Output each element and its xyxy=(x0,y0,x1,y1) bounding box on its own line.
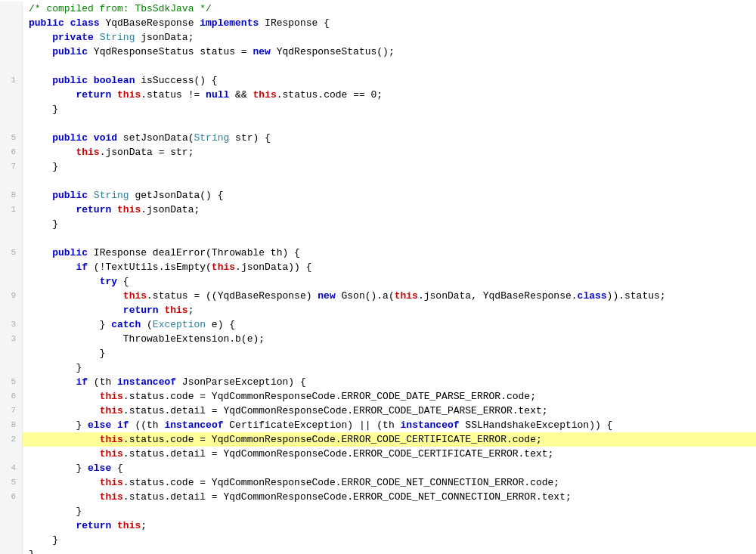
line-number xyxy=(0,274,23,289)
token-th: this xyxy=(100,391,123,402)
code-line: 1 public boolean isSuccess() { xyxy=(0,73,756,88)
token-nm: JsonParseException) { xyxy=(176,376,306,388)
token-nm: { xyxy=(117,276,129,287)
token-nm: str) { xyxy=(229,132,271,144)
code-line: 6 this.status.code = YqdCommonResponseCo… xyxy=(0,389,756,404)
code-line xyxy=(0,174,756,188)
token-nm xyxy=(29,32,52,43)
code-line xyxy=(0,59,756,73)
code-line xyxy=(0,116,756,131)
line-number xyxy=(0,45,23,59)
token-kw: instanceof xyxy=(401,419,460,431)
line-content: this.status.detail = YqdCommonResponseCo… xyxy=(23,404,756,418)
code-line: private String jsonData; xyxy=(0,30,756,45)
line-content xyxy=(23,59,756,73)
line-content: } xyxy=(23,346,756,361)
token-kw: catch xyxy=(111,319,141,330)
code-line: public YqdResponseStatus status = new Yq… xyxy=(0,45,756,59)
token-nm xyxy=(88,75,94,86)
token-kw: else xyxy=(88,419,111,431)
line-content: } xyxy=(23,159,756,174)
line-number xyxy=(0,260,23,274)
token-kw: return xyxy=(76,204,111,215)
token-nm: ( xyxy=(141,319,153,330)
token-nm: .jsonData)) { xyxy=(235,262,311,273)
code-line: } xyxy=(0,547,756,554)
token-nm xyxy=(29,46,52,57)
token-nm xyxy=(88,132,94,144)
line-content: this.status.code = YqdCommonResponseCode… xyxy=(23,432,756,447)
token-th: this xyxy=(100,448,123,460)
token-kw: implements xyxy=(200,17,259,29)
token-nm: } xyxy=(29,419,88,431)
line-content: if (th instanceof JsonParseException) { xyxy=(23,375,756,389)
line-number: 9 xyxy=(0,289,23,303)
token-kw: null xyxy=(206,89,229,101)
line-content: return this.jsonData; xyxy=(23,203,756,217)
token-kw: class xyxy=(578,290,607,302)
token-nm xyxy=(29,477,100,488)
token-kw: new xyxy=(253,46,270,57)
line-content xyxy=(23,174,756,188)
line-number xyxy=(0,102,23,116)
token-kw: boolean xyxy=(94,75,135,86)
line-content: public void setJsonData(String str) { xyxy=(23,131,756,145)
token-nm xyxy=(29,520,76,531)
token-nm: (th xyxy=(88,376,117,388)
code-line: } xyxy=(0,504,756,518)
line-number xyxy=(0,346,23,361)
token-kw: return xyxy=(76,520,111,531)
token-kw: return xyxy=(123,305,159,316)
line-content: this.status.detail = YqdCommonResponseCo… xyxy=(23,447,756,461)
token-nm: .status != xyxy=(141,89,206,101)
line-content: this.status.code = YqdCommonResponseCode… xyxy=(23,475,756,490)
line-content: return this.status != null && this.statu… xyxy=(23,88,756,102)
token-nm: YqdBaseResponse xyxy=(100,17,200,29)
token-nm xyxy=(29,247,52,258)
token-th: this xyxy=(212,262,235,273)
token-kw: class xyxy=(70,17,100,29)
token-ty: String xyxy=(94,190,129,201)
line-content: public boolean isSuccess() { xyxy=(23,73,756,88)
token-th: this xyxy=(100,477,123,488)
token-nm: )).status; xyxy=(607,290,666,302)
code-line: return this; xyxy=(0,303,756,317)
line-number: 5 xyxy=(0,375,23,389)
line-content: return this; xyxy=(23,303,756,317)
code-line: 8 public String getJsonData() { xyxy=(0,188,756,203)
line-number xyxy=(0,88,23,102)
token-kw: public xyxy=(52,75,88,86)
token-nm: setJsonData( xyxy=(117,132,194,144)
token-nm: } xyxy=(29,161,58,172)
token-nm: .status.detail = YqdCommonResponseCode.E… xyxy=(123,491,572,503)
line-number: 6 xyxy=(0,490,23,504)
token-kw: if xyxy=(76,376,88,388)
token-th: this xyxy=(164,305,187,316)
token-nm: } xyxy=(29,104,58,115)
line-number xyxy=(0,59,23,73)
token-nm xyxy=(88,190,94,201)
token-nm: SSLHandshakeException)) { xyxy=(460,419,613,431)
token-nm: .jsonData = str; xyxy=(100,147,194,158)
code-line: if (!TextUtils.isEmpty(this.jsonData)) { xyxy=(0,260,756,274)
line-content: return this; xyxy=(23,518,756,533)
line-number: 3 xyxy=(0,317,23,332)
code-line: } xyxy=(0,533,756,547)
code-line: return this.status != null && this.statu… xyxy=(0,88,756,102)
token-nm: { xyxy=(111,463,123,474)
line-number: 5 xyxy=(0,246,23,260)
token-nm: e) { xyxy=(206,319,235,330)
line-number xyxy=(0,504,23,518)
line-number: 2 xyxy=(0,432,23,447)
line-content: } xyxy=(23,361,756,375)
token-nm: } xyxy=(29,506,82,517)
token-nm: .jsonData; xyxy=(141,204,200,215)
line-number xyxy=(0,533,23,547)
token-th: this xyxy=(123,290,147,302)
line-number xyxy=(0,174,23,188)
code-line: 3 } catch (Exception e) { xyxy=(0,317,756,332)
token-kw: if xyxy=(117,419,129,431)
token-nm xyxy=(111,89,117,101)
line-content: try { xyxy=(23,274,756,289)
line-content: } xyxy=(23,533,756,547)
